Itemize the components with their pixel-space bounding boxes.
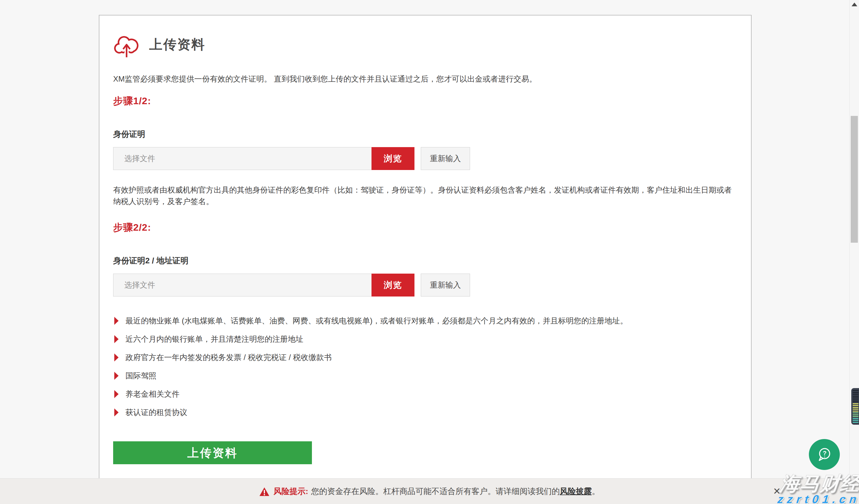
list-item: 获认证的租赁协议: [113, 408, 737, 417]
red-triangle-bullet-icon: [114, 408, 119, 416]
risk-disclosure-link[interactable]: 风险披露: [560, 486, 592, 497]
widget-stripe: [853, 409, 858, 410]
id-proof-file-box: 浏览: [113, 147, 415, 170]
widget-stripe: [853, 394, 858, 395]
red-triangle-bullet-icon: [114, 353, 119, 361]
list-item-text: 国际驾照: [125, 372, 156, 380]
risk-warning-bar: 风险提示: 您的资金存在风险。杠杆商品可能不适合所有客户。请详细阅读我们的 风险…: [0, 478, 859, 504]
widget-stripe: [853, 390, 858, 391]
list-item-text: 近六个月内的银行账单，并且清楚注明您的注册地址: [125, 335, 303, 344]
list-item-text: 最近的物业账单 (水电煤账单、话费账单、油费、网费、或有线电视账单)，或者银行对…: [125, 317, 628, 325]
address-proof-reset-button[interactable]: 重新输入: [421, 273, 470, 297]
scrollbar[interactable]: [849, 0, 859, 504]
widget-stripe: [853, 412, 858, 413]
accepted-documents-list: 最近的物业账单 (水电煤账单、话费账单、油费、网费、或有线电视账单)，或者银行对…: [113, 317, 737, 417]
list-item: 养老金相关文件: [113, 390, 737, 398]
widget-stripe: [853, 403, 858, 404]
widget-stripe: [853, 397, 858, 398]
list-item-text: 获认证的租赁协议: [125, 408, 187, 417]
upload-card: 上传资料 XM监管必须要求您提供一份有效的文件证明。 直到我们收到您上传的文件并…: [99, 15, 752, 504]
equalizer-widget[interactable]: [851, 388, 859, 425]
svg-text:?: ?: [823, 450, 826, 457]
widget-stripe: [853, 401, 858, 402]
list-item: 国际驾照: [113, 372, 737, 380]
close-icon[interactable]: ×: [773, 485, 781, 497]
list-item: 政府官方在一年内签发的税务发票 / 税收完税证 / 税收缴款书: [113, 353, 737, 362]
intro-text: XM监管必须要求您提供一份有效的文件证明。 直到我们收到您上传的文件并且认证通过…: [113, 74, 737, 84]
address-proof-browse-button[interactable]: 浏览: [372, 273, 415, 297]
red-triangle-bullet-icon: [114, 317, 119, 325]
red-triangle-bullet-icon: [114, 335, 119, 343]
scrollbar-thumb[interactable]: [851, 116, 858, 243]
widget-stripe: [853, 392, 858, 393]
widget-stripe: [853, 407, 858, 408]
address-proof-file-box: 浏览: [113, 273, 415, 297]
risk-suffix: 。: [592, 486, 600, 497]
scroll-up-arrow-icon[interactable]: [852, 3, 857, 6]
list-item-text: 养老金相关文件: [125, 390, 180, 398]
address-proof-file-row: 浏览 重新输入: [113, 273, 737, 297]
address-proof-label: 身份证明2 / 地址证明: [113, 255, 737, 266]
cloud-upload-icon: [113, 31, 139, 58]
id-proof-label: 身份证明: [113, 129, 737, 140]
widget-stripe: [853, 396, 858, 397]
step-1-heading: 步骤1/2:: [113, 94, 737, 108]
widget-stripe: [853, 399, 858, 400]
id-proof-note: 有效护照或者由权威机构官方出具的其他身份证件的彩色复印件（比如：驾驶证，身份证等…: [113, 184, 737, 207]
widget-stripe: [853, 420, 858, 421]
widget-stripe: [853, 416, 858, 417]
id-proof-reset-button[interactable]: 重新输入: [421, 147, 470, 170]
id-proof-file-input[interactable]: [114, 147, 372, 170]
list-item-text: 政府官方在一年内签发的税务发票 / 税收完税证 / 税收缴款书: [125, 353, 332, 362]
help-chat-button[interactable]: ?: [809, 439, 840, 470]
upload-card-content: 上传资料 XM监管必须要求您提供一份有效的文件证明。 直到我们收到您上传的文件并…: [100, 15, 751, 491]
upload-submit-button[interactable]: 上传资料: [113, 441, 312, 464]
red-triangle-bullet-icon: [114, 390, 119, 398]
id-proof-file-row: 浏览 重新输入: [113, 147, 737, 170]
risk-prefix: 风险提示:: [273, 486, 308, 497]
widget-stripe: [853, 422, 858, 423]
step-2-heading: 步骤2/2:: [113, 221, 737, 234]
list-item: 近六个月内的银行账单，并且清楚注明您的注册地址: [113, 335, 737, 344]
list-item: 最近的物业账单 (水电煤账单、话费账单、油费、网费、或有线电视账单)，或者银行对…: [113, 317, 737, 325]
help-chat-icon: ?: [815, 446, 833, 463]
id-proof-browse-button[interactable]: 浏览: [372, 147, 415, 170]
page-title: 上传资料: [149, 36, 205, 53]
warning-triangle-icon: [259, 487, 270, 496]
widget-stripe: [853, 411, 858, 412]
risk-text: 您的资金存在风险。杠杆商品可能不适合所有客户。请详细阅读我们的: [311, 486, 560, 497]
page-header: 上传资料: [113, 32, 737, 57]
upload-documents-page: { "header": { "title": "上传资料", "icon": "…: [0, 0, 859, 504]
widget-stripe: [853, 405, 858, 406]
widget-stripe: [853, 414, 858, 415]
widget-stripe: [853, 418, 858, 419]
address-proof-file-input[interactable]: [114, 274, 372, 296]
red-triangle-bullet-icon: [114, 372, 119, 380]
